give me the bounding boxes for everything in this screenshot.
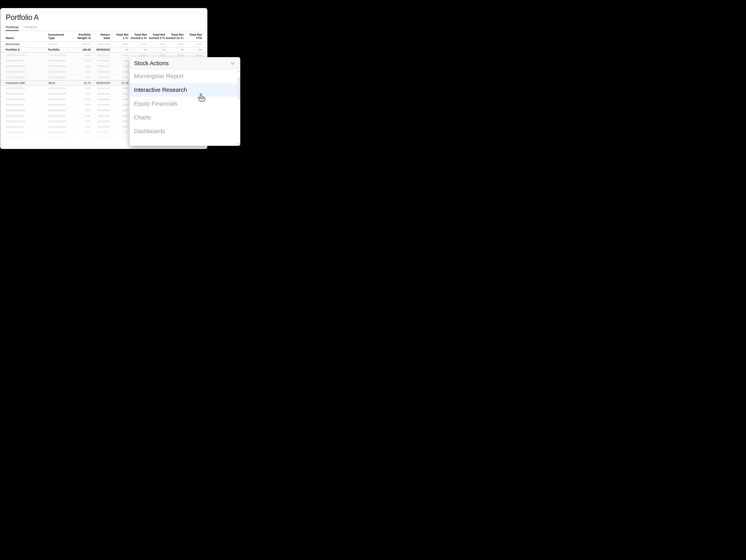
tabs: Holdings Analysis (0, 25, 207, 31)
menu-interactive-research[interactable]: Interactive Research (130, 83, 240, 97)
cell-name: Investment ABC (6, 81, 48, 85)
tab-holdings[interactable]: Holdings (6, 25, 19, 31)
cell-rdate: 09/30/2023 (91, 48, 110, 51)
scroll-thumb[interactable] (237, 77, 240, 100)
menu-morningstar-report[interactable]: Morningstar Report (130, 69, 240, 83)
cell-type: Stock (48, 81, 71, 85)
cell-10yr (165, 43, 183, 45)
menu-equity-financials[interactable]: Equity Financials (130, 97, 240, 111)
cell-pw: 100.00 (71, 48, 91, 51)
cell-1yr (110, 43, 128, 45)
scrollbar[interactable] (237, 69, 240, 146)
col-total-ret-3yr[interactable]: Total Ret Annlzd 3 Yr (128, 33, 147, 40)
menu-dashboards[interactable]: Dashboards (130, 124, 240, 138)
row-portfolio[interactable]: Portfolio A Portfolio 100.00 09/30/2023 … (0, 47, 207, 53)
cell-1yr: 31.19 (110, 81, 128, 85)
tab-analysis[interactable]: Analysis (25, 25, 37, 31)
cell-ytd: — (183, 48, 202, 51)
popup-title: Stock Actions (134, 60, 169, 66)
menu-charts[interactable]: Charts (130, 111, 240, 124)
col-total-ret-10yr[interactable]: Total Ret Annlzd 10 Yr (165, 33, 183, 40)
page-title: Portfolio A (0, 13, 207, 25)
cell-3yr: — (128, 48, 147, 51)
col-return-date[interactable]: Return Date (91, 33, 110, 40)
col-total-ret-1yr[interactable]: Total Ret 1 Yr (110, 33, 128, 40)
cell-10yr: — (165, 48, 183, 51)
cell-5yr: — (147, 48, 165, 51)
cell-name: Benchmark (6, 43, 48, 46)
table-header: Name Investment Type Portfolio Weight % … (0, 31, 207, 41)
cell-3yr (128, 43, 147, 45)
col-total-ret-ytd[interactable]: Total Ret YTD (183, 33, 202, 40)
cell-1yr: — (110, 48, 128, 51)
cell-rdate (91, 43, 110, 45)
cell-type (48, 43, 71, 46)
cell-type: Portfolio (48, 48, 71, 51)
cell-pw: 10.73 (71, 81, 91, 85)
stock-actions-popup: Stock Actions Morningstar Report Interac… (130, 57, 240, 146)
scroll-down-icon[interactable] (237, 143, 240, 145)
chevron-down-icon (230, 61, 235, 66)
cell-pw (71, 43, 91, 45)
popup-header[interactable]: Stock Actions (130, 57, 240, 69)
cell-name: Portfolio A (6, 48, 48, 51)
col-name[interactable]: Name (6, 33, 48, 40)
row-benchmark[interactable]: Benchmark (0, 41, 207, 47)
scroll-up-icon[interactable] (237, 70, 240, 72)
cell-rdate: 09/30/2023 (91, 81, 110, 85)
popup-body: Morningstar Report Interactive Research … (130, 69, 240, 146)
cell-5yr (147, 43, 165, 45)
col-total-ret-5yr[interactable]: Total Ret Annlzd 5 Yr (147, 33, 165, 40)
col-type[interactable]: Investment Type (48, 33, 71, 40)
cell-ytd (183, 43, 202, 45)
col-portfolio-weight[interactable]: Portfolio Weight % (71, 33, 91, 40)
